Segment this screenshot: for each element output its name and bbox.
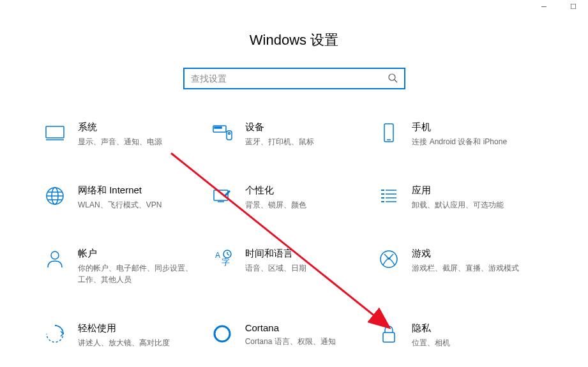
- tile-ease-of-access[interactable]: 轻松使用 讲述人、放大镜、高对比度: [43, 322, 211, 348]
- tile-title: 手机: [412, 121, 532, 133]
- tile-title: 网络和 Internet: [78, 184, 198, 197]
- tile-accounts[interactable]: 帐户 你的帐户、电子邮件、同步设置、工作、其他人员: [43, 248, 211, 285]
- settings-grid: 系统 显示、声音、通知、电源 设备 蓝牙、打印机、鼠标 手机 连接 Androi…: [0, 121, 588, 348]
- svg-point-34: [215, 326, 230, 341]
- svg-rect-5: [215, 127, 216, 128]
- svg-rect-35: [383, 333, 395, 342]
- svg-rect-2: [46, 126, 64, 138]
- svg-rect-19: [381, 190, 384, 191]
- tile-network[interactable]: 网络和 Internet WLAN、飞行模式、VPN: [43, 184, 211, 211]
- tile-desc: 游戏栏、截屏、直播、游戏模式: [412, 262, 532, 274]
- svg-point-27: [51, 251, 59, 259]
- person-icon: [43, 248, 66, 271]
- tile-desc: 你的帐户、电子邮件、同步设置、工作、其他人员: [78, 262, 198, 285]
- devices-icon: [211, 121, 234, 144]
- lock-icon: [377, 322, 400, 345]
- phone-icon: [377, 121, 400, 144]
- display-icon: [43, 121, 66, 144]
- svg-text:A: A: [215, 251, 220, 260]
- tile-cortana[interactable]: Cortana Cortana 语言、权限、通知: [211, 322, 378, 348]
- tile-title: Cortana: [245, 322, 365, 333]
- svg-rect-25: [381, 201, 384, 202]
- page-title: Windows 设置: [0, 0, 588, 68]
- tile-devices[interactable]: 设备 蓝牙、打印机、鼠标: [211, 121, 378, 147]
- tile-title: 应用: [412, 184, 532, 197]
- svg-point-0: [389, 74, 395, 80]
- svg-rect-23: [381, 197, 384, 198]
- xbox-icon: [377, 248, 400, 271]
- tile-system[interactable]: 系统 显示、声音、通知、电源: [43, 121, 211, 147]
- svg-rect-10: [384, 124, 393, 142]
- tile-time-language[interactable]: A字 时间和语言 语音、区域、日期: [211, 248, 378, 285]
- svg-text:字: 字: [222, 257, 230, 267]
- tile-title: 游戏: [412, 248, 532, 260]
- tile-privacy[interactable]: 隐私 位置、相机: [377, 322, 545, 348]
- tile-gaming[interactable]: 游戏 游戏栏、截屏、直播、游戏模式: [377, 248, 545, 285]
- tile-desc: WLAN、飞行模式、VPN: [78, 199, 198, 211]
- tile-desc: 讲述人、放大镜、高对比度: [78, 337, 198, 348]
- ease-of-access-icon: [43, 322, 66, 345]
- tile-title: 个性化: [245, 184, 365, 197]
- maximize-button[interactable]: ☐: [559, 0, 588, 13]
- svg-rect-21: [381, 193, 384, 195]
- tile-desc: 语音、区域、日期: [245, 262, 365, 274]
- tile-desc: 位置、相机: [412, 337, 532, 348]
- tile-phone[interactable]: 手机 连接 Android 设备和 iPhone: [377, 121, 545, 147]
- tile-desc: 卸载、默认应用、可选功能: [412, 199, 532, 211]
- svg-line-1: [395, 80, 397, 82]
- search-container: [0, 68, 588, 89]
- tile-title: 帐户: [78, 248, 198, 260]
- search-box[interactable]: [183, 68, 405, 89]
- svg-rect-7: [220, 127, 222, 128]
- personalization-icon: [211, 184, 234, 207]
- tile-title: 时间和语言: [245, 248, 365, 260]
- window-controls: ─ ☐: [529, 0, 588, 13]
- tile-desc: 背景、锁屏、颜色: [245, 199, 365, 211]
- search-icon: [388, 73, 398, 85]
- tile-desc: 连接 Android 设备和 iPhone: [412, 136, 532, 147]
- tile-personalization[interactable]: 个性化 背景、锁屏、颜色: [211, 184, 378, 211]
- tile-apps[interactable]: 应用 卸载、默认应用、可选功能: [377, 184, 545, 211]
- tile-desc: 显示、声音、通知、电源: [78, 136, 198, 147]
- cortana-icon: [211, 322, 234, 345]
- tile-title: 设备: [245, 121, 365, 133]
- globe-icon: [43, 184, 66, 207]
- tile-desc: 蓝牙、打印机、鼠标: [245, 136, 365, 147]
- apps-icon: [377, 184, 400, 207]
- svg-rect-6: [217, 127, 219, 128]
- minimize-button[interactable]: ─: [529, 0, 559, 13]
- svg-line-32: [227, 254, 229, 255]
- tile-title: 隐私: [412, 322, 532, 334]
- svg-point-9: [228, 133, 230, 135]
- tile-title: 系统: [78, 121, 198, 133]
- tile-desc: Cortana 语言、权限、通知: [245, 336, 365, 347]
- time-language-icon: A字: [211, 248, 234, 271]
- search-input[interactable]: [191, 73, 388, 84]
- tile-title: 轻松使用: [78, 322, 198, 334]
